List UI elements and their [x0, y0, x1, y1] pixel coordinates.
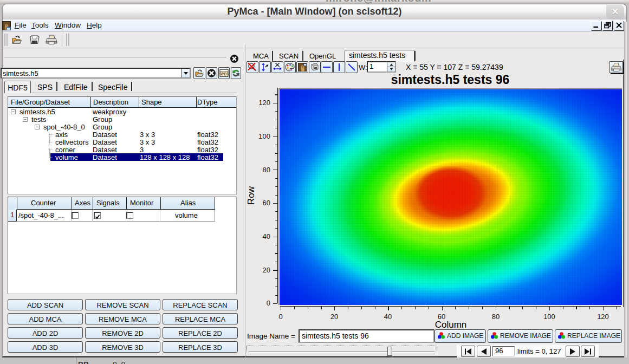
svg-text:SPEC: SPEC	[219, 72, 229, 76]
